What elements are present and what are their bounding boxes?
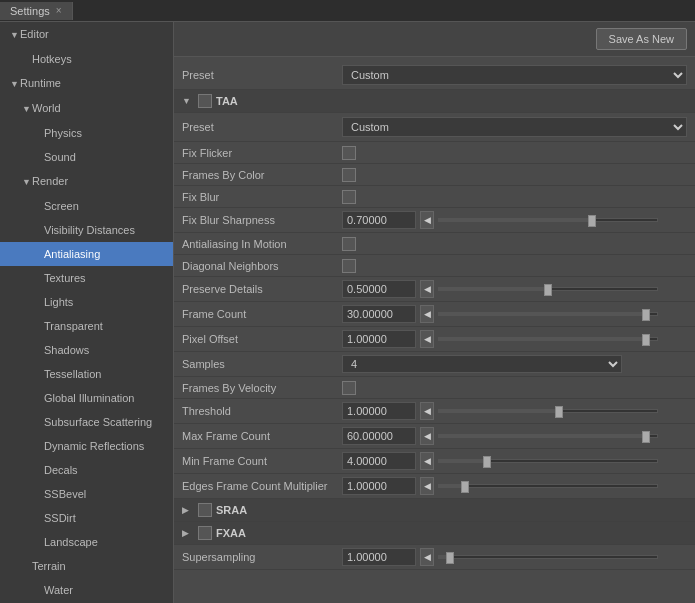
tab-label: Settings: [10, 5, 50, 17]
thumb-min-frame-count[interactable]: [483, 456, 491, 468]
track-min-frame-count[interactable]: [438, 459, 658, 463]
thumb-edges-frame-count-multiplier[interactable]: [461, 481, 469, 493]
fill-max-frame-count: [439, 435, 646, 437]
sidebar-item-tessellation[interactable]: Tessellation: [0, 362, 173, 386]
spin-max-frame-count[interactable]: ◀: [420, 427, 434, 445]
top-preset-label: Preset: [182, 69, 342, 81]
taa-section-header[interactable]: ▼ TAA: [174, 90, 695, 113]
checkbox-frames-by-color[interactable]: [342, 168, 356, 182]
checkbox-diagonal-neighbors[interactable]: [342, 259, 356, 273]
spin-pixel-offset[interactable]: ◀: [420, 330, 434, 348]
sidebar-item-antialiasing[interactable]: Antialiasing: [0, 242, 173, 266]
sidebar-item-hotkeys[interactable]: Hotkeys: [0, 47, 173, 71]
sidebar-item-dynamic-reflections[interactable]: Dynamic Reflections: [0, 434, 173, 458]
sidebar-item-render[interactable]: ▼Render: [0, 169, 173, 194]
setting-row-samples: Samples 4: [174, 352, 695, 377]
arrow-icon: ▼: [22, 173, 32, 191]
arrow-icon: ▼: [22, 100, 32, 118]
thumb-threshold[interactable]: [555, 406, 563, 418]
sidebar-item-landscape[interactable]: Landscape: [0, 530, 173, 554]
sidebar-item-label: World: [32, 102, 61, 114]
supersampling-slider[interactable]: [434, 555, 687, 559]
checkbox-frames-by-velocity[interactable]: [342, 381, 356, 395]
sidebar-item-physics[interactable]: Physics: [0, 121, 173, 145]
spin-edges-frame-count-multiplier[interactable]: ◀: [420, 477, 434, 495]
spin-fix-blur-sharpness[interactable]: ◀: [420, 211, 434, 229]
sidebar-item-visibility-distances[interactable]: Visibility Distances: [0, 218, 173, 242]
thumb-pixel-offset[interactable]: [642, 334, 650, 346]
input-frame-count[interactable]: [342, 305, 416, 323]
track-fix-blur-sharpness[interactable]: [438, 218, 658, 222]
setting-row-max-frame-count: Max Frame Count ◀: [174, 424, 695, 449]
save-as-new-button[interactable]: Save As New: [596, 28, 687, 50]
input-max-frame-count[interactable]: [342, 427, 416, 445]
checkbox-fix-blur[interactable]: [342, 190, 356, 204]
track-edges-frame-count-multiplier[interactable]: [438, 484, 658, 488]
input-fix-blur-sharpness[interactable]: [342, 211, 416, 229]
settings-tab[interactable]: Settings ×: [0, 2, 73, 20]
spin-min-frame-count[interactable]: ◀: [420, 452, 434, 470]
track-preserve-details[interactable]: [438, 287, 658, 291]
sidebar-item-lights[interactable]: Lights: [0, 290, 173, 314]
supersampling-input[interactable]: [342, 548, 416, 566]
slider-threshold[interactable]: [434, 409, 687, 413]
select-samples[interactable]: 4: [342, 355, 622, 373]
input-preserve-details[interactable]: [342, 280, 416, 298]
thumb-fix-blur-sharpness[interactable]: [588, 215, 596, 227]
input-edges-frame-count-multiplier[interactable]: [342, 477, 416, 495]
slider-edges-frame-count-multiplier[interactable]: [434, 484, 687, 488]
supersampling-thumb[interactable]: [446, 552, 454, 564]
spin-preserve-details[interactable]: ◀: [420, 280, 434, 298]
top-preset-select[interactable]: Custom: [342, 65, 687, 85]
slider-max-frame-count[interactable]: [434, 434, 687, 438]
supersampling-spin-icon[interactable]: ◀: [420, 548, 434, 566]
sraa-checkbox[interactable]: [198, 503, 212, 517]
sidebar-item-label: Landscape: [44, 536, 98, 548]
slider-fix-blur-sharpness[interactable]: [434, 218, 687, 222]
track-pixel-offset[interactable]: [438, 337, 658, 341]
slider-frame-count[interactable]: [434, 312, 687, 316]
fxaa-checkbox[interactable]: [198, 526, 212, 540]
slider-min-frame-count[interactable]: [434, 459, 687, 463]
thumb-frame-count[interactable]: [642, 309, 650, 321]
sidebar-item-label: Global Illumination: [44, 392, 135, 404]
supersampling-track[interactable]: [438, 555, 658, 559]
input-pixel-offset[interactable]: [342, 330, 416, 348]
sidebar-item-ssdirt[interactable]: SSDirt: [0, 506, 173, 530]
fxaa-section-header[interactable]: ▶ FXAA: [174, 522, 695, 545]
thumb-preserve-details[interactable]: [544, 284, 552, 296]
thumb-max-frame-count[interactable]: [642, 431, 650, 443]
input-threshold[interactable]: [342, 402, 416, 420]
sidebar-item-decals[interactable]: Decals: [0, 458, 173, 482]
taa-preset-select[interactable]: Custom: [342, 117, 687, 137]
sidebar-item-transparent[interactable]: Transparent: [0, 314, 173, 338]
checkbox-antialiasing-in-motion[interactable]: [342, 237, 356, 251]
sidebar-item-shadows[interactable]: Shadows: [0, 338, 173, 362]
slider-pixel-offset[interactable]: [434, 337, 687, 341]
sidebar-item-subsurface-scattering[interactable]: Subsurface Scattering: [0, 410, 173, 434]
value-diagonal-neighbors: [342, 259, 356, 273]
slider-preserve-details[interactable]: [434, 287, 687, 291]
input-min-frame-count[interactable]: [342, 452, 416, 470]
tab-close-icon[interactable]: ×: [56, 5, 62, 16]
sidebar-item-sound[interactable]: Sound: [0, 145, 173, 169]
setting-row-frames-by-velocity: Frames By Velocity: [174, 377, 695, 399]
sidebar-item-ssbevel[interactable]: SSBevel: [0, 482, 173, 506]
sidebar-item-runtime[interactable]: ▼Runtime: [0, 71, 173, 96]
track-max-frame-count[interactable]: [438, 434, 658, 438]
sidebar-item-textures[interactable]: Textures: [0, 266, 173, 290]
sidebar-item-screen[interactable]: Screen: [0, 194, 173, 218]
track-frame-count[interactable]: [438, 312, 658, 316]
taa-checkbox[interactable]: [198, 94, 212, 108]
sidebar-item-water[interactable]: Water: [0, 578, 173, 602]
sidebar-item-world[interactable]: ▼World: [0, 96, 173, 121]
spin-frame-count[interactable]: ◀: [420, 305, 434, 323]
checkbox-fix-flicker[interactable]: [342, 146, 356, 160]
sidebar-item-global-illumination[interactable]: Global Illumination: [0, 386, 173, 410]
sidebar-item-editor[interactable]: ▼Editor: [0, 22, 173, 47]
fxaa-arrow-icon: ▶: [182, 528, 194, 538]
spin-threshold[interactable]: ◀: [420, 402, 434, 420]
sraa-section-header[interactable]: ▶ SRAA: [174, 499, 695, 522]
sidebar-item-terrain[interactable]: Terrain: [0, 554, 173, 578]
track-threshold[interactable]: [438, 409, 658, 413]
